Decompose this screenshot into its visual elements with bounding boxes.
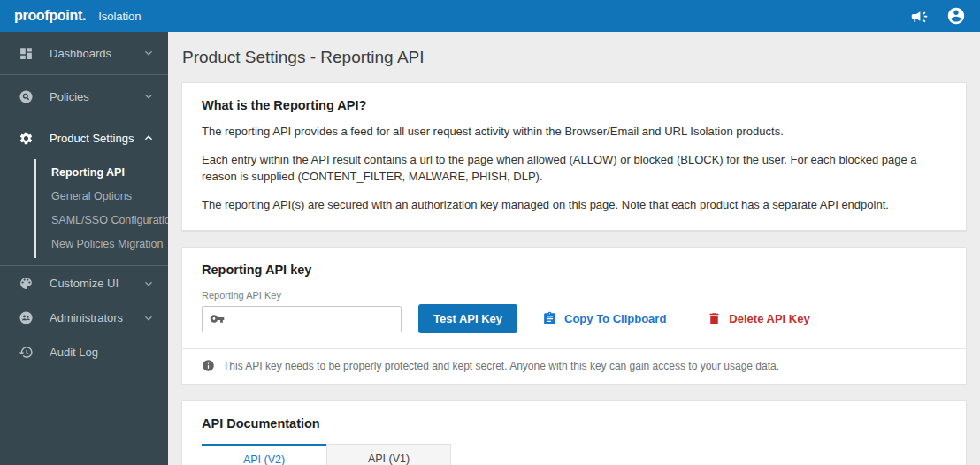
about-paragraph: Each entry within the API result contain… xyxy=(202,152,946,186)
api-key-card-heading: Reporting API key xyxy=(202,263,946,277)
gear-icon xyxy=(19,131,34,146)
sidebar-item-general-options[interactable]: General Options xyxy=(36,185,168,209)
tab-api-v1[interactable]: API (V1) xyxy=(326,444,451,465)
chevron-down-icon xyxy=(142,311,156,325)
sidebar-item-saml-sso-configuration[interactable]: SAML/SSO Configuration xyxy=(36,209,168,232)
api-documentation-card: API Documentation API (V2) API (V1) API … xyxy=(181,400,967,465)
sidebar: Dashboards Policies Product Settings Rep… xyxy=(0,32,168,465)
trash-icon xyxy=(707,311,722,326)
sidebar-item-product-settings[interactable]: Product Settings xyxy=(0,118,168,157)
delete-api-key-button[interactable]: Delete API Key xyxy=(707,311,809,326)
sidebar-item-audit-log[interactable]: Audit Log xyxy=(0,335,168,370)
about-paragraph: The reporting API(s) are secured with an… xyxy=(202,197,946,214)
reporting-api-key-input[interactable] xyxy=(231,311,394,326)
info-icon xyxy=(202,359,215,372)
api-key-field-label: Reporting API Key xyxy=(202,290,946,301)
sidebar-item-label: Administrators xyxy=(50,311,142,324)
sidebar-item-reporting-api[interactable]: Reporting API xyxy=(36,161,168,185)
api-docs-tabs: API (V2) API (V1) xyxy=(202,444,946,465)
sidebar-item-label: Dashboards xyxy=(50,47,142,60)
top-bar: proofpoint. Isolation xyxy=(0,0,980,32)
api-key-info-note: This API key needs to be properly protec… xyxy=(182,348,966,384)
copy-to-clipboard-label: Copy To Clipboard xyxy=(564,312,666,325)
main-content: Product Settings - Reporting API What is… xyxy=(168,32,980,465)
tab-api-v2[interactable]: API (V2) xyxy=(202,444,326,465)
people-circle-icon xyxy=(19,310,34,325)
product-name: Isolation xyxy=(98,10,141,23)
sidebar-item-label: Audit Log xyxy=(50,346,156,359)
palette-icon xyxy=(19,276,34,291)
product-settings-submenu: Reporting API General Options SAML/SSO C… xyxy=(34,159,168,258)
sidebar-item-label: Customize UI xyxy=(50,277,142,290)
api-key-info-text: This API key needs to be properly protec… xyxy=(223,360,779,372)
dashboard-icon xyxy=(19,46,34,61)
test-api-key-button[interactable]: Test API Key xyxy=(418,304,517,333)
page-title: Product Settings - Reporting API xyxy=(182,48,967,67)
copy-to-clipboard-button[interactable]: Copy To Clipboard xyxy=(542,311,666,326)
delete-api-key-label: Delete API Key xyxy=(729,312,809,325)
sidebar-item-administrators[interactable]: Administrators xyxy=(0,301,168,335)
history-icon xyxy=(19,345,34,360)
sidebar-item-dashboards[interactable]: Dashboards xyxy=(0,32,168,74)
sidebar-item-label: Policies xyxy=(50,90,142,103)
sidebar-item-customize-ui[interactable]: Customize UI xyxy=(0,266,168,301)
about-card-heading: What is the Reporting API? xyxy=(202,98,946,112)
chevron-down-icon xyxy=(142,277,156,291)
proofpoint-logo: proofpoint. xyxy=(14,8,86,24)
sidebar-item-label: Product Settings xyxy=(50,132,142,145)
topbar-actions xyxy=(910,6,966,26)
reporting-api-key-card: Reporting API key Reporting API Key Test… xyxy=(181,247,967,385)
chevron-down-icon xyxy=(142,46,156,60)
api-key-input-wrap xyxy=(202,306,402,332)
key-icon xyxy=(210,311,225,326)
chevron-up-icon xyxy=(142,131,156,145)
about-paragraph: The reporting API provides a feed for al… xyxy=(202,124,946,141)
chevron-down-icon xyxy=(142,89,156,103)
clipboard-icon xyxy=(542,311,557,326)
policy-search-icon xyxy=(19,89,34,104)
about-reporting-api-card: What is the Reporting API? The reporting… xyxy=(181,82,967,231)
user-circle-icon[interactable] xyxy=(946,6,966,26)
sidebar-item-policies[interactable]: Policies xyxy=(0,75,168,118)
sidebar-item-new-policies-migration[interactable]: New Policies Migration xyxy=(36,232,168,256)
megaphone-icon[interactable] xyxy=(910,7,929,26)
api-docs-heading: API Documentation xyxy=(202,416,946,431)
